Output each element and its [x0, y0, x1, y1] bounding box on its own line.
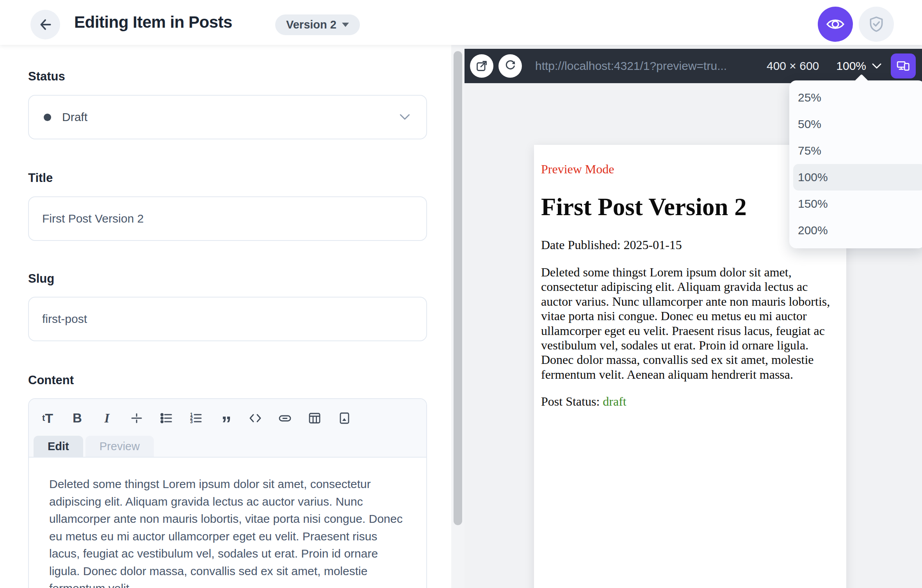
page-title: Editing Item in Posts [74, 13, 232, 32]
link-button[interactable] [274, 408, 296, 429]
image-button[interactable] [333, 408, 355, 429]
heading-button[interactable]: tT [37, 408, 59, 429]
bullet-list-button[interactable] [155, 408, 177, 429]
zoom-option[interactable]: 75% [793, 137, 922, 164]
form-scrollbar-track[interactable] [451, 45, 465, 588]
italic-button[interactable]: I [96, 408, 118, 429]
zoom-option[interactable]: 100% [793, 164, 922, 191]
open-in-new-tab-button[interactable] [470, 54, 493, 78]
content-textarea[interactable]: Deleted some thingst Lorem ipsum dolor s… [29, 458, 426, 588]
zoom-menu-list: 25%50%75%100%150%200% [789, 84, 922, 244]
post-status-value: draft [603, 394, 626, 408]
chevron-down-icon [400, 114, 410, 120]
eye-icon [826, 15, 845, 34]
tab-preview[interactable]: Preview [85, 436, 154, 457]
link-icon [278, 412, 292, 425]
device-toggle-button[interactable] [891, 53, 916, 78]
preview-url[interactable]: http://localhost:4321/1?preview=tru... [535, 59, 759, 73]
strikethrough-icon [130, 412, 143, 425]
zoom-menu: 25%50%75%100%150%200% [789, 80, 922, 248]
zoom-option[interactable]: 50% [793, 111, 922, 137]
table-icon [308, 412, 321, 425]
zoom-level-button[interactable]: 100% [836, 59, 881, 73]
bold-icon: B [73, 411, 82, 426]
chevron-down-icon [342, 23, 349, 27]
shield-check-icon [868, 16, 885, 33]
preview-toggle-button[interactable] [818, 7, 853, 42]
strikethrough-button[interactable] [126, 408, 148, 429]
slug-label: Slug [28, 272, 54, 286]
editor-form-panel: Status Draft Title Slug Content tT B I [0, 45, 451, 588]
external-link-icon [475, 60, 488, 72]
table-button[interactable] [304, 408, 326, 429]
preview-post-status: Post Status: draft [541, 394, 839, 409]
code-button[interactable] [244, 408, 266, 429]
bullet-list-icon [160, 412, 173, 425]
code-icon [248, 412, 262, 425]
editor-toolbar: tT B I 1 2 [29, 399, 426, 430]
content-label: Content [28, 373, 74, 387]
svg-text:3: 3 [190, 419, 193, 424]
viewport-dimensions: 400 × 600 [767, 59, 819, 73]
preview-post-body: Deleted some thingst Lorem ipsum dolor s… [541, 265, 839, 382]
back-button[interactable] [30, 10, 60, 39]
content-editor: tT B I 1 2 [28, 398, 427, 588]
slug-input[interactable] [28, 297, 427, 341]
status-label: Status [28, 69, 65, 84]
preview-toolbar: http://localhost:4321/1?preview=tru... 4… [465, 49, 922, 83]
tab-edit[interactable]: Edit [34, 436, 83, 457]
bold-button[interactable]: B [66, 408, 88, 429]
blockquote-button[interactable]: ” [215, 408, 237, 429]
header: Editing Item in Posts Version 2 [0, 0, 922, 45]
post-status-label: Post Status: [541, 394, 603, 408]
zoom-option[interactable]: 200% [793, 217, 922, 244]
chevron-down-icon [872, 63, 881, 69]
version-selector[interactable]: Version 2 [275, 14, 360, 35]
form-scrollbar-thumb[interactable] [454, 51, 462, 525]
zoom-option[interactable]: 25% [793, 84, 922, 111]
zoom-option[interactable]: 150% [793, 191, 922, 217]
devices-icon [896, 59, 910, 73]
back-arrow-icon [38, 17, 53, 32]
version-label: Version 2 [286, 18, 336, 31]
title-input[interactable] [28, 196, 427, 241]
status-dot-icon [44, 114, 51, 121]
validation-button[interactable] [859, 7, 894, 42]
zoom-level-value: 100% [836, 59, 866, 73]
editor-header: tT B I 1 2 [29, 399, 426, 458]
image-icon [338, 412, 351, 425]
ordered-list-button[interactable]: 1 2 3 [185, 408, 207, 429]
heading-icon: t [42, 413, 45, 423]
refresh-icon [504, 60, 516, 72]
refresh-button[interactable] [498, 54, 522, 78]
ordered-list-icon: 1 2 3 [189, 412, 203, 425]
italic-icon: I [105, 411, 110, 426]
heading-icon-big: T [45, 411, 53, 426]
title-label: Title [28, 171, 53, 185]
status-value: Draft [62, 110, 87, 124]
status-select[interactable]: Draft [28, 95, 427, 139]
